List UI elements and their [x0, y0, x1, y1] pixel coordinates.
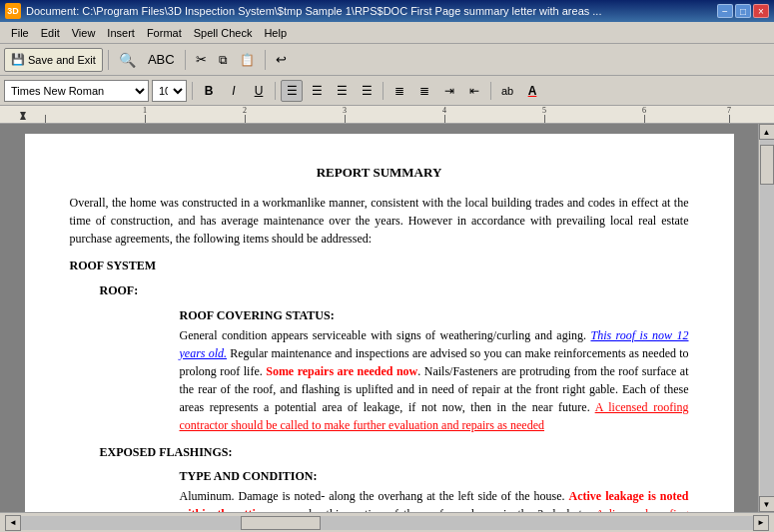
cut-button[interactable]: ✂: [191, 48, 212, 72]
roof-covering-header: ROOF COVERING STATUS:: [180, 307, 689, 324]
document-page[interactable]: REPORT SUMMARY Overall, the home was con…: [25, 134, 734, 512]
vertical-scrollbar: ▲ ▼: [758, 124, 774, 512]
format-toolbar: Times New Roman 10 B I U ☰ ☰ ☰ ☰ ≣ ≣ ⇥ ⇤…: [0, 76, 774, 106]
ruler-label-5: 5: [542, 106, 546, 115]
main-area: REPORT SUMMARY Overall, the home was con…: [0, 124, 774, 512]
h-scroll-track[interactable]: [21, 516, 753, 530]
roof-text-1: General condition appears serviceable wi…: [180, 328, 591, 342]
format-sep-2: [275, 82, 276, 100]
save-exit-label: Save and Exit: [28, 54, 96, 66]
roof-red-bold: Some repairs are needed now: [266, 364, 417, 378]
format-sep-1: [192, 82, 193, 100]
undo-button[interactable]: ↩: [271, 48, 292, 72]
menu-spellcheck[interactable]: Spell Check: [188, 25, 259, 41]
menu-insert[interactable]: Insert: [101, 25, 141, 41]
align-right-button[interactable]: ☰: [331, 80, 353, 102]
format-sep-4: [490, 82, 491, 100]
font-family-select[interactable]: Times New Roman: [4, 80, 149, 102]
document-area[interactable]: REPORT SUMMARY Overall, the home was con…: [0, 124, 758, 512]
print-preview-icon: 🔍: [119, 52, 136, 68]
toolbar-separator-2: [185, 50, 186, 70]
document-title: REPORT SUMMARY: [70, 164, 689, 182]
h-scroll-thumb[interactable]: [241, 516, 321, 530]
roof-system-header: ROOF SYSTEM: [70, 258, 689, 274]
intro-paragraph: Overall, the home was constructed in a w…: [70, 194, 689, 248]
save-exit-button[interactable]: 💾 Save and Exit: [4, 48, 103, 72]
font-color-button[interactable]: A: [521, 80, 543, 102]
spellcheck-button[interactable]: ABC: [143, 48, 180, 72]
flashings-type-header: TYPE AND CONDITION:: [180, 468, 689, 485]
menu-format[interactable]: Format: [141, 25, 188, 41]
underline-button[interactable]: U: [248, 80, 270, 102]
bullet-list-button[interactable]: ≣: [388, 80, 410, 102]
scroll-down-button[interactable]: ▼: [759, 496, 775, 512]
status-bar: ◄ ►: [0, 512, 774, 532]
decrease-indent-button[interactable]: ⇥: [438, 80, 460, 102]
flashings-subsection: EXPOSED FLASHINGS: TYPE AND CONDITION: A…: [100, 444, 689, 512]
roof-subsection: ROOF: ROOF COVERING STATUS: General cond…: [100, 282, 689, 434]
ruler-label-2: 2: [243, 106, 247, 115]
ruler-label-4: 4: [442, 106, 446, 115]
title-bar-buttons: − □ ×: [717, 4, 769, 18]
scroll-thumb[interactable]: [760, 145, 774, 185]
roof-label: ROOF:: [100, 282, 689, 299]
scroll-up-button[interactable]: ▲: [759, 124, 775, 140]
intro-text: Overall, the home was constructed in a w…: [70, 196, 689, 246]
ruler-tick-4: [444, 115, 445, 123]
minimize-button[interactable]: −: [717, 4, 733, 18]
roof-covering-text: General condition appears serviceable wi…: [180, 326, 689, 434]
scroll-right-button[interactable]: ►: [753, 515, 769, 531]
align-left-button[interactable]: ☰: [281, 80, 303, 102]
increase-indent-button[interactable]: ⇤: [463, 80, 485, 102]
ruler-inner: 1 2 3 4 5 6 7: [0, 106, 774, 123]
highlight-button[interactable]: ab: [496, 80, 518, 102]
spellcheck-icon: ABC: [148, 52, 175, 67]
close-button[interactable]: ×: [753, 4, 769, 18]
ruler-tick-1: [145, 115, 146, 123]
align-justify-button[interactable]: ☰: [356, 80, 378, 102]
cut-icon: ✂: [196, 52, 207, 67]
print-preview-button[interactable]: 🔍: [114, 48, 141, 72]
flashings-type-section: TYPE AND CONDITION: Aluminum. Damage is …: [180, 468, 689, 512]
flashings-text-2: under this portion of the roof, as shown…: [289, 507, 596, 512]
copy-button[interactable]: ⧉: [214, 48, 233, 72]
ruler-tick-6: [644, 115, 645, 123]
menu-view[interactable]: View: [66, 25, 102, 41]
font-size-select[interactable]: 10: [152, 80, 187, 102]
ruler-label-6: 6: [642, 106, 646, 115]
menu-help[interactable]: Help: [258, 25, 293, 41]
title-bar-text: Document: C:\Program Files\3D Inspection…: [26, 5, 717, 17]
copy-icon: ⧉: [219, 53, 228, 67]
ruler-tick-0: [45, 115, 46, 123]
paste-button[interactable]: 📋: [235, 48, 260, 72]
ruler-tick-5: [544, 115, 545, 123]
scroll-track[interactable]: [760, 140, 774, 496]
toolbar-separator-3: [265, 50, 266, 70]
ruler-label-7: 7: [727, 106, 731, 115]
menu-file[interactable]: File: [5, 25, 35, 41]
maximize-button[interactable]: □: [735, 4, 751, 18]
menu-bar: File Edit View Insert Format Spell Check…: [0, 22, 774, 44]
app-icon: 3D: [5, 3, 21, 19]
title-bar: 3D Document: C:\Program Files\3D Inspect…: [0, 0, 774, 22]
numbered-list-button[interactable]: ≣: [413, 80, 435, 102]
undo-icon: ↩: [276, 52, 287, 67]
ruler-label-3: 3: [343, 106, 347, 115]
menu-edit[interactable]: Edit: [35, 25, 66, 41]
first-line-indent: [20, 114, 26, 120]
horizontal-scrollbar: ◄ ►: [5, 513, 769, 533]
align-center-button[interactable]: ☰: [306, 80, 328, 102]
flashings-text-1: Aluminum. Damage is noted- along the ove…: [180, 489, 569, 503]
toolbar-separator-1: [108, 50, 109, 70]
ruler-tick-2: [245, 115, 246, 123]
bold-button[interactable]: B: [198, 80, 220, 102]
ruler-tick-3: [345, 115, 346, 123]
flashings-text: Aluminum. Damage is noted- along the ove…: [180, 487, 689, 512]
italic-button[interactable]: I: [223, 80, 245, 102]
paste-icon: 📋: [240, 53, 255, 67]
toolbar: 💾 Save and Exit 🔍 ABC ✂ ⧉ 📋 ↩: [0, 44, 774, 76]
ruler-label-1: 1: [143, 106, 147, 115]
scroll-left-button[interactable]: ◄: [5, 515, 21, 531]
flashings-label: EXPOSED FLASHINGS:: [100, 444, 689, 461]
roof-covering-section: ROOF COVERING STATUS: General condition …: [180, 307, 689, 434]
